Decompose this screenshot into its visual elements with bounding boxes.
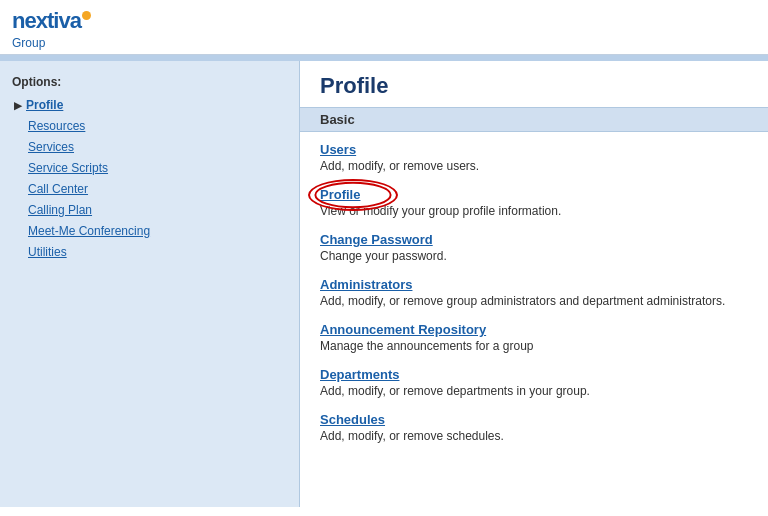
profile-highlighted: Profile: [320, 187, 360, 202]
section-basic-bar: Basic: [300, 108, 768, 132]
content-item-departments-title[interactable]: Departments: [320, 367, 748, 382]
content-item-administrators-desc: Add, modify, or remove group administrat…: [320, 294, 748, 308]
sidebar-link-call-center[interactable]: Call Center: [28, 182, 88, 196]
departments-link[interactable]: Departments: [320, 367, 399, 382]
content-item-profile-title[interactable]: Profile: [320, 187, 748, 202]
content-item-announcement-repository-title[interactable]: Announcement Repository: [320, 322, 748, 337]
content-item-announcement-repository-desc: Manage the announcements for a group: [320, 339, 748, 353]
sidebar-link-resources[interactable]: Resources: [28, 119, 85, 133]
content-item-administrators: Administrators Add, modify, or remove gr…: [320, 277, 748, 308]
profile-link[interactable]: Profile: [320, 187, 360, 202]
content-item-change-password-title[interactable]: Change Password: [320, 232, 748, 247]
sidebar-link-utilities[interactable]: Utilities: [28, 245, 67, 259]
sidebar-options-label: Options:: [0, 71, 299, 95]
schedules-link[interactable]: Schedules: [320, 412, 385, 427]
main-content-area: Profile Basic Users Add, modify, or remo…: [300, 61, 768, 507]
content-item-schedules-desc: Add, modify, or remove schedules.: [320, 429, 748, 443]
administrators-link[interactable]: Administrators: [320, 277, 412, 292]
content-item-change-password-desc: Change your password.: [320, 249, 748, 263]
content-item-change-password: Change Password Change your password.: [320, 232, 748, 263]
logo: nextiva: [12, 8, 91, 34]
sidebar-item-service-scripts[interactable]: Service Scripts: [0, 157, 299, 178]
page-title: Profile: [320, 73, 748, 99]
sidebar-item-calling-plan[interactable]: Calling Plan: [0, 199, 299, 220]
content-item-profile-desc: View or modify your group profile inform…: [320, 204, 748, 218]
sidebar: Options: ▶ Profile Resources Services Se…: [0, 61, 300, 507]
sidebar-item-call-center[interactable]: Call Center: [0, 178, 299, 199]
header: nextiva Group: [0, 0, 768, 55]
sidebar-item-profile[interactable]: ▶ Profile: [0, 95, 299, 115]
content-item-users: Users Add, modify, or remove users.: [320, 142, 748, 173]
content-item-announcement-repository: Announcement Repository Manage the annou…: [320, 322, 748, 353]
sidebar-link-service-scripts[interactable]: Service Scripts: [28, 161, 108, 175]
sidebar-item-meet-me-conferencing[interactable]: Meet-Me Conferencing: [0, 220, 299, 241]
main-content: Users Add, modify, or remove users. Prof…: [300, 132, 768, 467]
sidebar-link-profile[interactable]: Profile: [26, 98, 63, 112]
main-header: Profile: [300, 61, 768, 108]
sidebar-link-calling-plan[interactable]: Calling Plan: [28, 203, 92, 217]
layout: Options: ▶ Profile Resources Services Se…: [0, 61, 768, 507]
sidebar-item-utilities[interactable]: Utilities: [0, 241, 299, 262]
sidebar-item-resources[interactable]: Resources: [0, 115, 299, 136]
users-link[interactable]: Users: [320, 142, 356, 157]
sidebar-link-services[interactable]: Services: [28, 140, 74, 154]
content-item-departments: Departments Add, modify, or remove depar…: [320, 367, 748, 398]
content-item-users-title[interactable]: Users: [320, 142, 748, 157]
announcement-repository-link[interactable]: Announcement Repository: [320, 322, 486, 337]
content-item-departments-desc: Add, modify, or remove departments in yo…: [320, 384, 748, 398]
sidebar-link-meet-me-conferencing[interactable]: Meet-Me Conferencing: [28, 224, 150, 238]
content-item-administrators-title[interactable]: Administrators: [320, 277, 748, 292]
sidebar-item-services[interactable]: Services: [0, 136, 299, 157]
content-item-schedules: Schedules Add, modify, or remove schedul…: [320, 412, 748, 443]
content-item-profile: Profile View or modify your group profil…: [320, 187, 748, 218]
content-item-schedules-title[interactable]: Schedules: [320, 412, 748, 427]
content-item-users-desc: Add, modify, or remove users.: [320, 159, 748, 173]
logo-area: nextiva: [12, 8, 756, 34]
breadcrumb-link[interactable]: Group: [12, 36, 756, 50]
arrow-icon: ▶: [14, 100, 22, 111]
change-password-link[interactable]: Change Password: [320, 232, 433, 247]
